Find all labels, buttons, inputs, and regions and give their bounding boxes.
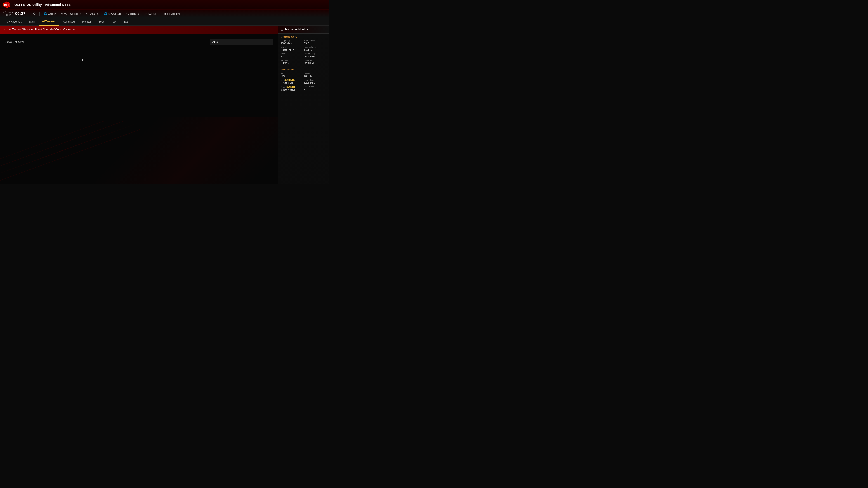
frequency-label: Frequency [281, 39, 303, 42]
v-for-4300-item: V for 4300MHz 0.930 V @L5 [281, 86, 303, 91]
v-for-5205-row: V for 5205MHz 1.260 V @L5 Heavy Freq 520… [281, 79, 327, 84]
temperature-label: Temperature [304, 39, 327, 42]
search-icon: ? [125, 12, 127, 15]
prediction-grid: SP 119 Cooler 166 pts [281, 72, 327, 77]
toolbar-ai-oc-button[interactable]: 🌐 AI OC(F11) [102, 12, 123, 16]
cpu-memory-title: CPU/Memory [281, 35, 327, 38]
rog-logo: ROG [3, 1, 11, 9]
resize-bar-icon: ▣ [164, 12, 166, 15]
nav-boot[interactable]: Boot [95, 18, 107, 26]
cooler-label: Cooler [304, 72, 327, 74]
bclk-value: 100.00 MHz [281, 48, 303, 51]
temperature-value: 33°C [304, 42, 327, 45]
capacity-value: 32768 MB [304, 62, 327, 64]
nav-my-favorites[interactable]: My Favorites [3, 18, 26, 26]
dos-thresh-item: Dos Thresh 91 [304, 86, 327, 91]
dram-freq-value: 6400 MHz [304, 55, 327, 58]
core-voltage-value: 1.332 V [304, 48, 327, 51]
breadcrumb-path: Ai Tweaker\Precision Boost Overdrive\Cur… [9, 28, 75, 31]
aura-icon: ✦ [145, 12, 147, 15]
fan-icon: ⚙ [86, 12, 89, 15]
capacity-item: Capacity 32768 MB [304, 59, 327, 64]
toolbar-search-button[interactable]: ? Search(F9) [124, 12, 142, 16]
nav-monitor[interactable]: Monitor [79, 18, 95, 26]
nav-ai-tweaker[interactable]: Ai Tweaker [39, 18, 59, 26]
ratio-item: Ratio 43x [281, 53, 303, 58]
star-icon: ★ [61, 12, 63, 15]
curve-optimizer-dropdown-wrapper: Auto All Core Per Core [210, 39, 273, 45]
core-voltage-item: Core Voltage 1.332 V [304, 46, 327, 51]
ratio-label: Ratio [281, 53, 303, 55]
sp-item: SP 119 [281, 72, 303, 77]
nav-advanced[interactable]: Advanced [59, 18, 79, 26]
nav-menu: My Favorites Main Ai Tweaker Advanced Mo… [0, 18, 329, 26]
date-display: 09/27/2024 Friday [3, 11, 13, 16]
dos-thresh-label: Dos Thresh [304, 86, 327, 88]
v-for-5205-grid: V for 5205MHz 1.260 V @L5 Heavy Freq 520… [281, 79, 327, 84]
frequency-value: 4300 MHz [281, 42, 303, 45]
hardware-monitor-title: Hardware Monitor [285, 28, 308, 31]
prediction-title: Prediction [281, 68, 327, 71]
globe-icon: 🌐 [43, 12, 47, 15]
toolbar-aura-button[interactable]: ✦ AURA(F4) [143, 12, 161, 16]
core-voltage-label: Core Voltage [304, 46, 327, 48]
cooler-value: 166 pts [304, 75, 327, 77]
datetime-display: 09/27/2024 Friday 00:27 [3, 11, 26, 16]
dram-freq-label: DRAM Freq. [304, 53, 327, 55]
back-button[interactable]: ← [4, 28, 7, 32]
cpu-memory-section: CPU/Memory Frequency 4300 MHz Temperatur… [278, 34, 329, 66]
toolbar: 09/27/2024 Friday 00:27 ⚙ 🌐 English ★ My… [0, 9, 329, 18]
v-for-5205-label: V for 5205MHz [281, 79, 303, 81]
nav-exit[interactable]: Exit [120, 18, 131, 26]
cpu-memory-grid: Frequency 4300 MHz Temperature 33°C BCLK… [281, 39, 327, 64]
temperature-item: Temperature 33°C [304, 39, 327, 45]
v-for-4300-label: V for 4300MHz [281, 86, 303, 88]
nav-main[interactable]: Main [26, 18, 39, 26]
curve-optimizer-row: Curve Optimizer Auto All Core Per Core [4, 36, 274, 48]
heavy-freq-item: Heavy Freq 5205 MHz [304, 79, 327, 84]
nav-tool[interactable]: Tool [107, 18, 120, 26]
v-for-5205-item: V for 5205MHz 1.260 V @L5 [281, 79, 303, 84]
dos-thresh-value: 91 [304, 88, 327, 91]
toolbar-my-favorite-button[interactable]: ★ My Favorite(F3) [59, 12, 84, 16]
curve-optimizer-control: Auto All Core Per Core [210, 39, 273, 45]
header-top-bar: ROG UEFI BIOS Utility - Advanced Mode [0, 0, 329, 9]
left-panel: ← Ai Tweaker\Precision Boost Overdrive\C… [0, 26, 278, 184]
v-for-4300-grid: V for 4300MHz 0.930 V @L5 Dos Thresh 91 [281, 86, 327, 91]
v-for-5205-freq: 5205MHz [285, 79, 295, 81]
bios-title: UEFI BIOS Utility - Advanced Mode [14, 3, 71, 6]
mc-volt-item: MC Volt. 1.412 V [281, 59, 303, 64]
hardware-monitor-header: ▦ Hardware Monitor [278, 26, 329, 34]
dram-freq-item: DRAM Freq. 6400 MHz [304, 53, 327, 58]
toolbar-separator-1 [30, 11, 30, 16]
bclk-label: BCLK [281, 46, 303, 48]
sp-value: 119 [281, 75, 303, 77]
time-display: 00:27 [15, 12, 26, 16]
heavy-freq-label: Heavy Freq [304, 79, 327, 81]
toolbar-english-button[interactable]: 🌐 English [42, 12, 58, 16]
breadcrumb-bar: ← Ai Tweaker\Precision Boost Overdrive\C… [0, 26, 278, 34]
hardware-monitor-icon: ▦ [281, 28, 283, 31]
cooler-item: Cooler 166 pts [304, 72, 327, 77]
capacity-label: Capacity [304, 59, 327, 61]
curve-optimizer-label: Curve Optimizer [4, 40, 24, 43]
v-for-4300-freq: 4300MHz [285, 86, 295, 88]
hardware-monitor-panel: ▦ Hardware Monitor CPU/Memory Frequency … [278, 26, 329, 184]
heavy-freq-value: 5205 MHz [304, 81, 327, 84]
v-for-5205-value: 1.260 V @L5 [281, 82, 303, 84]
sp-label: SP [281, 72, 303, 74]
prediction-section: Prediction SP 119 Cooler 166 pts V for [278, 66, 329, 93]
bclk-item: BCLK 100.00 MHz [281, 46, 303, 51]
frequency-item: Frequency 4300 MHz [281, 39, 303, 45]
settings-gear-button[interactable]: ⚙ [32, 11, 37, 16]
ratio-value: 43x [281, 55, 303, 58]
mc-volt-value: 1.412 V [281, 62, 303, 64]
v-for-4300-row: V for 4300MHz 0.930 V @L5 Dos Thresh 91 [281, 86, 327, 91]
toolbar-qfan-button[interactable]: ⚙ Qfan(F6) [84, 12, 101, 16]
mc-volt-label: MC Volt. [281, 59, 303, 61]
v-for-4300-value: 0.930 V @L5 [281, 88, 303, 91]
toolbar-resize-bar-button[interactable]: ▣ ReSize BAR [162, 12, 183, 16]
curve-optimizer-select[interactable]: Auto All Core Per Core [210, 39, 273, 45]
ai-oc-icon: 🌐 [104, 12, 107, 15]
svg-text:ROG: ROG [4, 4, 9, 6]
